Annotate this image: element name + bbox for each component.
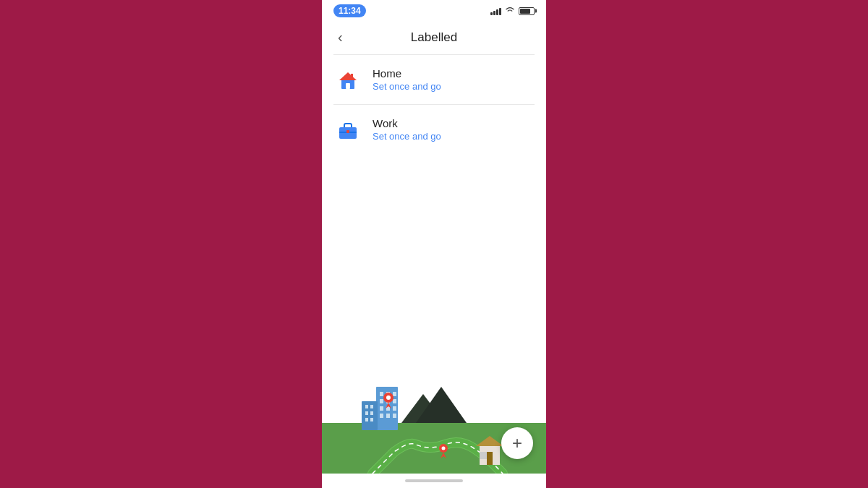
svg-rect-36	[480, 452, 487, 459]
svg-rect-28	[370, 411, 373, 415]
svg-rect-35	[487, 452, 493, 465]
work-item-title: Work	[373, 117, 441, 129]
home-item-title: Home	[373, 67, 441, 80]
wifi-icon	[505, 6, 515, 17]
home-list-item[interactable]: Home Set once and go	[322, 55, 546, 104]
bottom-illustration: +	[322, 358, 546, 474]
add-fab-button[interactable]: +	[501, 427, 533, 459]
svg-rect-25	[365, 405, 368, 408]
phone-screen: 11:34 ‹ Labelled	[322, 0, 546, 488]
svg-rect-12	[380, 392, 383, 396]
work-list-item[interactable]: Work Set once and go	[322, 105, 546, 154]
svg-point-38	[442, 447, 446, 450]
page-title: Labelled	[411, 30, 457, 45]
svg-marker-1	[339, 72, 357, 80]
work-item-text: Work Set once and go	[373, 117, 441, 142]
svg-rect-17	[393, 399, 396, 403]
work-item-subtitle: Set once and go	[373, 131, 441, 142]
back-button[interactable]: ‹	[333, 27, 347, 47]
svg-rect-3	[351, 74, 353, 77]
plus-icon: +	[512, 433, 522, 453]
signal-icon	[490, 7, 501, 15]
home-item-text: Home Set once and go	[373, 67, 441, 92]
header: ‹ Labelled	[322, 20, 546, 54]
svg-rect-29	[365, 418, 368, 421]
svg-rect-20	[393, 406, 396, 411]
svg-rect-23	[393, 414, 396, 418]
home-indicator-bar	[405, 479, 463, 482]
svg-point-32	[386, 395, 391, 400]
status-icons	[490, 6, 535, 17]
svg-rect-18	[380, 406, 383, 411]
battery-icon	[519, 7, 535, 15]
status-bar: 11:34	[322, 0, 546, 20]
svg-rect-24	[362, 401, 378, 430]
svg-rect-22	[386, 414, 390, 418]
svg-rect-26	[370, 405, 373, 408]
svg-rect-27	[365, 411, 368, 415]
svg-rect-14	[393, 392, 396, 396]
home-icon	[333, 65, 362, 94]
status-time: 11:34	[333, 4, 366, 17]
work-icon	[333, 115, 362, 144]
labelled-list: Home Set once and go Work	[322, 55, 546, 358]
svg-rect-6	[346, 130, 349, 133]
home-indicator	[322, 474, 546, 488]
svg-rect-2	[346, 83, 350, 89]
svg-rect-15	[380, 399, 383, 403]
svg-rect-21	[380, 414, 383, 418]
home-item-subtitle: Set once and go	[373, 81, 441, 92]
svg-rect-30	[370, 418, 373, 421]
